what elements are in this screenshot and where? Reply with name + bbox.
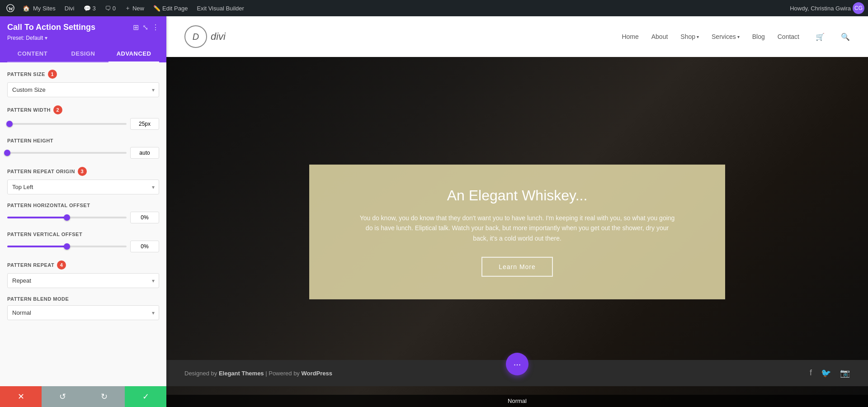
pattern-height-track[interactable] — [7, 152, 127, 154]
cart-icon[interactable]: 🛒 — [816, 33, 825, 41]
pattern-vertical-offset-group: Pattern Vertical Offset — [7, 232, 159, 252]
pattern-repeat-group: Pattern Repeat 4 Repeat No Repeat Repeat… — [7, 260, 159, 288]
tab-advanced[interactable]: Advanced — [108, 46, 159, 62]
bottom-label: Normal — [166, 395, 868, 407]
nav-contact[interactable]: Contact — [778, 33, 799, 40]
sidebar-tabs: Content Design Advanced — [7, 46, 159, 62]
pattern-repeat-origin-select[interactable]: Top Left Top Center Top Right Center Lef… — [7, 180, 159, 194]
facebook-icon[interactable]: f — [810, 368, 812, 378]
pattern-repeat-select-wrapper: Repeat No Repeat Repeat X Repeat Y — [7, 273, 159, 288]
preset-row: Preset: Default ▾ — [7, 35, 159, 41]
pattern-width-label: Pattern Width 2 — [7, 105, 159, 114]
pattern-horizontal-offset-slider-row — [7, 212, 159, 223]
admin-bar-chat[interactable]: 🗨 0 — [101, 0, 119, 16]
tab-design[interactable]: Design — [58, 46, 108, 62]
floating-menu-button[interactable]: ··· — [506, 353, 528, 375]
pattern-horizontal-offset-label: Pattern Horizontal Offset — [7, 203, 159, 208]
wp-logo[interactable]: W — [4, 0, 17, 16]
hero-bg: An Elegant Whiskey... You do know, you d… — [166, 57, 868, 407]
cta-box: An Elegant Whiskey... You do know, you d… — [309, 165, 725, 299]
nav-home[interactable]: Home — [622, 33, 638, 40]
pattern-height-group: Pattern Height — [7, 138, 159, 159]
badge-3: 3 — [78, 167, 87, 176]
admin-bar-exit-builder[interactable]: Exit Visual Builder — [193, 0, 248, 16]
pattern-width-slider-row — [7, 118, 159, 130]
pattern-repeat-origin-select-wrapper: Top Left Top Center Top Right Center Lef… — [7, 180, 159, 194]
svg-text:W: W — [9, 6, 14, 11]
avatar: CG — [853, 2, 864, 14]
admin-bar-right: Howdy, Christina Gwira CG — [790, 2, 864, 14]
search-icon[interactable]: 🔍 — [841, 33, 850, 41]
footer-social: f 🐦 📷 — [810, 368, 850, 378]
site-nav: D divi Home About Shop ▾ Services ▾ Blog… — [166, 16, 868, 57]
pattern-vertical-offset-slider-row — [7, 241, 159, 252]
cancel-button[interactable]: ✕ — [0, 386, 42, 407]
pattern-vertical-offset-input[interactable] — [130, 241, 159, 252]
pattern-size-select-wrapper: Custom Size Auto Cover Contain — [7, 82, 159, 97]
save-button[interactable]: ✓ — [125, 386, 166, 407]
admin-bar: W 🏠 My Sites Divi 💬 3 🗨 0 ＋ New ✏️ Edit … — [0, 0, 868, 16]
pattern-vertical-offset-track[interactable] — [7, 246, 127, 247]
shop-chevron: ▾ — [697, 34, 699, 39]
nav-about[interactable]: About — [651, 33, 668, 40]
main-content: D divi Home About Shop ▾ Services ▾ Blog… — [166, 16, 868, 407]
services-chevron: ▾ — [737, 34, 740, 39]
panel-icons: ⊞ ⤡ ⋮ — [133, 23, 159, 32]
pattern-repeat-label: Pattern Repeat 4 — [7, 260, 159, 270]
pattern-height-label: Pattern Height — [7, 138, 159, 143]
more-icon[interactable]: ⋮ — [152, 23, 159, 32]
footer-text: Designed by Elegant Themes | Powered by … — [184, 370, 332, 377]
admin-bar-comments[interactable]: 💬 3 — [80, 0, 99, 16]
pattern-width-track[interactable] — [7, 123, 127, 125]
logo-circle: D — [184, 25, 207, 48]
pattern-vertical-offset-label: Pattern Vertical Offset — [7, 232, 159, 237]
tab-content[interactable]: Content — [7, 46, 58, 62]
nav-blog[interactable]: Blog — [752, 33, 765, 40]
cta-title: An Elegant Whiskey... — [336, 187, 698, 204]
cta-button[interactable]: Learn More — [481, 257, 553, 277]
settings-panel: Call To Action Settings ⊞ ⤡ ⋮ Preset: De… — [0, 16, 166, 407]
undo-button[interactable]: ↺ — [42, 386, 83, 407]
panel-title: Call To Action Settings — [7, 23, 95, 32]
pattern-blend-mode-select[interactable]: Normal Multiply Screen Overlay Darken Li… — [7, 305, 159, 320]
pattern-repeat-origin-label: Pattern Repeat Origin 3 — [7, 167, 159, 176]
sidebar-content: Pattern Size 1 Custom Size Auto Cover Co… — [0, 62, 166, 386]
admin-bar-divi[interactable]: Divi — [61, 0, 78, 16]
expand-icon[interactable]: ⤡ — [142, 23, 148, 32]
pattern-width-input[interactable] — [130, 118, 159, 130]
pattern-size-label: Pattern Size 1 — [7, 70, 159, 79]
sidebar-footer: ✕ ↺ ↻ ✓ — [0, 386, 166, 407]
pattern-horizontal-offset-input[interactable] — [130, 212, 159, 223]
sidebar-header: Call To Action Settings ⊞ ⤡ ⋮ Preset: De… — [0, 16, 166, 62]
layout-icon[interactable]: ⊞ — [133, 23, 139, 32]
pattern-blend-mode-label: Pattern Blend Mode — [7, 296, 159, 302]
pattern-repeat-select[interactable]: Repeat No Repeat Repeat X Repeat Y — [7, 273, 159, 288]
nav-services[interactable]: Services ▾ — [712, 33, 740, 40]
admin-bar-new[interactable]: ＋ New — [121, 0, 148, 16]
pattern-height-slider-row — [7, 147, 159, 159]
pattern-width-group: Pattern Width 2 — [7, 105, 159, 130]
admin-bar-mysites[interactable]: 🏠 My Sites — [19, 0, 59, 16]
badge-2: 2 — [53, 105, 62, 114]
pattern-blend-mode-select-wrapper: Normal Multiply Screen Overlay Darken Li… — [7, 305, 159, 320]
cta-body: You do know, you do know that they don't… — [359, 213, 675, 243]
admin-bar-editpage[interactable]: ✏️ Edit Page — [150, 0, 191, 16]
redo-button[interactable]: ↻ — [83, 386, 125, 407]
logo-text: divi — [211, 31, 226, 43]
site-nav-links: Home About Shop ▾ Services ▾ Blog Contac… — [622, 33, 850, 41]
twitter-icon[interactable]: 🐦 — [821, 368, 831, 378]
site-body: An Elegant Whiskey... You do know, you d… — [166, 57, 868, 407]
pattern-size-select[interactable]: Custom Size Auto Cover Contain — [7, 82, 159, 97]
site-logo: D divi — [184, 25, 226, 48]
pattern-blend-mode-group: Pattern Blend Mode Normal Multiply Scree… — [7, 296, 159, 320]
pattern-horizontal-offset-track[interactable] — [7, 217, 127, 218]
pattern-height-input[interactable] — [130, 147, 159, 159]
pattern-horizontal-offset-group: Pattern Horizontal Offset — [7, 203, 159, 223]
badge-4: 4 — [57, 260, 66, 270]
badge-1: 1 — [48, 70, 57, 79]
pattern-repeat-origin-group: Pattern Repeat Origin 3 Top Left Top Cen… — [7, 167, 159, 194]
nav-shop[interactable]: Shop ▾ — [680, 33, 699, 40]
instagram-icon[interactable]: 📷 — [840, 368, 850, 378]
pattern-size-group: Pattern Size 1 Custom Size Auto Cover Co… — [7, 70, 159, 97]
